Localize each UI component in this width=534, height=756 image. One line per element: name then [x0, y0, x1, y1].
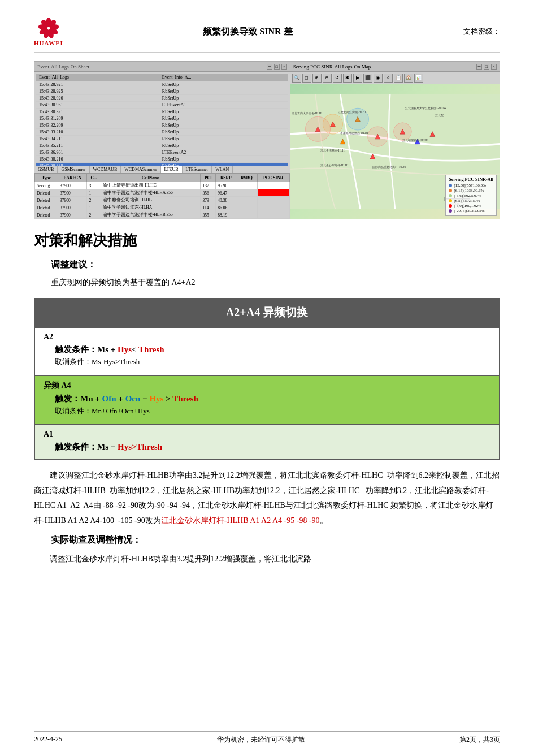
maximize-btn[interactable]: □ [274, 64, 280, 70]
toolbar-icon[interactable]: ◻ [302, 74, 311, 83]
toolbar-icon[interactable]: ✱ [343, 74, 352, 83]
svg-text:江北国税局大学江北校区1-HLIW: 江北国税局大学江北校区1-HLIW [405, 106, 446, 110]
log-col1-header: Event_All_Logs [39, 75, 162, 80]
toolbar-icon[interactable]: ▶ [353, 74, 362, 83]
tab-wcdmaub[interactable]: WCDMAUB [90, 166, 121, 173]
legend-item: [15,30](5571,66.3% [449, 183, 493, 188]
window-controls: ─ □ × [267, 64, 287, 70]
a2-trigger-formula: 触发条件：Ms + Hys< Thresh [55, 344, 490, 355]
a4-ocn: Ocn [125, 394, 141, 403]
map-title: Serving PCC SINR-All Logs-On Map [293, 64, 371, 70]
svg-text:江北工商大学宿舍-HLHI: 江北工商大学宿舍-HLHI [291, 111, 322, 115]
tab-wcdmascanner[interactable]: WCDMAScanner [121, 166, 160, 173]
toolbar-icon[interactable]: 🏠 [404, 74, 413, 83]
log-row: 15:43:28.925RbSetUp [36, 88, 288, 95]
toolbar-icon[interactable]: ⬛ [363, 74, 372, 83]
log-row: 15:43:38.216RbSetUp [36, 156, 288, 163]
table-row: Serving379003渝中上清寺街道出租-HLHC13795.96 [35, 182, 290, 189]
a1-trigger-text: 触发条件：Ms − [55, 442, 118, 451]
subsection-adjustment-title: 调整建议： [51, 259, 500, 271]
minimize-btn[interactable]: ─ [267, 64, 272, 70]
table-row: Deleted379002渝中粮食公司培训-HLHB37948.38 [35, 197, 290, 204]
table-row: Deleted379001渝中学子园边江东-HLHA11486.06 [35, 204, 290, 211]
toolbar-icon[interactable]: ⊖ [323, 74, 332, 83]
log-table-header: Event_All_Logs Event_Info_A... [36, 74, 288, 81]
highlight-text: 江北金砂水岸灯杆-HLHB A1 A2 A4 -95 -98 -90 [161, 516, 320, 525]
map-toolbar: 🔍 ◻ ⊕ ⊖ ↺ ✱ ▶ ⬛ ◉ 🖊 📋 🏠 📊 [290, 72, 500, 84]
event-log-titlebar: Event-All Logs-On Sheet ─ □ × [34, 62, 290, 72]
svg-text:国际商品重北北滨杆-HLHI: 国际商品重北北滨杆-HLHI [372, 165, 406, 169]
tab-gsmub[interactable]: GSMUB [34, 166, 58, 173]
page-footer: 2022-4-25 华为机密，未经许可不得扩散 第2页，共3页 [34, 731, 500, 745]
data-table: Type EARFCN C... CellName PCI RSRP RSRQ … [34, 174, 290, 219]
svg-text:市家路维思酒店-HLHI: 市家路维思酒店-HLHI [340, 131, 368, 135]
tab-ltescanner[interactable]: LTEScanner [183, 166, 212, 173]
scanner-tabs: GSMUB GSMScanner WCDMAUB WCDMAScanner LT… [34, 166, 290, 174]
svg-text:江北金沙岸灯杆-HLHI: 江北金沙岸灯杆-HLHI [320, 163, 349, 167]
a4-hys: Hys [149, 394, 163, 403]
a4-thresh: Thresh [172, 394, 198, 403]
handover-table-body: A2 触发条件：Ms + Hys< Thresh 取消条件：Ms-Hys>Thr… [34, 327, 500, 460]
log-row: 15:43:30.951LTEEventA1 [36, 102, 288, 109]
log-row: 15:43:36.961LTEEventA2 [36, 149, 288, 156]
map-close[interactable]: × [491, 64, 497, 70]
svg-text:江北端望酒店-HLHI: 江北端望酒店-HLHI [402, 139, 428, 142]
event-log-window: Event-All Logs-On Sheet ─ □ × Event_All_… [34, 62, 290, 219]
logo-text: HUAWEI [34, 40, 63, 46]
toolbar-icon[interactable]: 🖊 [384, 74, 393, 83]
col-earfcn: EARFCN [58, 174, 87, 182]
a4-plus: + [116, 394, 125, 403]
page-title: 频繁切换导致 SINR 差 [63, 26, 432, 38]
a1-label: A1 [44, 430, 490, 439]
log-row: 15:43:28.926RbSetUp [36, 95, 288, 102]
map-minimize[interactable]: ─ [476, 64, 482, 70]
log-row: 15:43:34.211RbSetUp [36, 136, 288, 142]
svg-point-23 [393, 123, 411, 141]
a1-row: A1 触发条件：Ms − Hys>Thresh [35, 425, 499, 459]
legend-item: [-5,6](502,5.67% [449, 193, 493, 198]
a2-cancel: 取消条件：Ms-Hys>Thresh [55, 357, 490, 367]
col-cellname: CellName [101, 174, 201, 182]
log-row: 15:43:35.211RbSetUp [36, 142, 288, 149]
map-legend: Serving PCC SINR-All [15,30](5571,66.3% … [445, 175, 497, 216]
toolbar-icon[interactable]: 📊 [414, 74, 423, 83]
map-window: Serving PCC SINR-All Logs-On Map ─ □ × 🔍… [290, 62, 500, 219]
a4-trigger-text: 触发：Mn + [55, 394, 102, 403]
svg-text:江北起南江湾城-HLHI: 江北起南江湾城-HLHI [337, 110, 366, 114]
toolbar-icon[interactable]: ⊕ [312, 74, 322, 83]
a4-gt: > [163, 394, 172, 403]
close-btn[interactable]: × [281, 64, 287, 70]
svg-point-20 [323, 114, 342, 134]
table-row: Deleted379002渝中学子园边气泡洋丰楼-HLHB 35535588.1… [35, 211, 290, 219]
a2-hys: Hys [118, 345, 132, 354]
a4-row: 异频 A4 触发：Mn + Ofn + Ocn − Hys > Thresh 取… [35, 376, 499, 425]
a4-ofn: Ofn [102, 394, 116, 403]
map-maximize[interactable]: □ [484, 64, 489, 70]
col-rsrq: RSRQ [236, 174, 258, 182]
page: HUAWEI 频繁切换导致 SINR 差 文档密级： Event-All Log… [0, 0, 534, 756]
log-row: 15:43:32.209RbSetUp [36, 122, 288, 129]
classification-label: 文档密级： [432, 27, 500, 37]
toolbar-icon[interactable]: 🔍 [292, 74, 301, 83]
toolbar-icon[interactable]: ◉ [374, 74, 383, 83]
map-content: 江北工商大学宿舍-HLHI 江北起南江湾城-HLHI 江北配 江北国税局大学江北… [290, 84, 500, 219]
col-type: Type [35, 174, 58, 182]
tab-wlan[interactable]: WLAN [212, 166, 233, 173]
handover-table-header: A2+A4 异频切换 [34, 298, 500, 327]
svg-text:江北金湾基本-HLHI: 江北金湾基本-HLHI [320, 149, 346, 152]
toolbar-icon[interactable]: 📋 [394, 74, 403, 83]
event-log-title: Event-All Logs-On Sheet [37, 64, 89, 70]
tab-gsmscanner[interactable]: GSMScanner [58, 166, 89, 173]
tab-lteub[interactable]: LTEUB [161, 166, 183, 173]
handover-table: A2+A4 异频切换 A2 触发条件：Ms + Hys< Thresh 取消条件… [34, 298, 500, 460]
table-row: Deleted379001渝中孪子园边气泡洋丰楼-HLHA 35635696.4… [35, 189, 290, 197]
huawei-logo-icon [34, 17, 63, 40]
a4-minus: − [140, 394, 149, 403]
col-sinr: PCC SINR [257, 174, 289, 182]
a4-label: 异频 A4 [44, 381, 490, 391]
a2-label: A2 [44, 332, 490, 342]
actual-paragraph: 调整江北金砂水岸灯杆-HLHB功率由3.2提升到12.2增强覆盖，将江北北滨路 [34, 552, 500, 567]
toolbar-icon[interactable]: ↺ [333, 74, 342, 83]
log-row: 15:43:31.209RbSetUp [36, 115, 288, 122]
page-header: HUAWEI 频繁切换导致 SINR 差 文档密级： [34, 17, 500, 53]
